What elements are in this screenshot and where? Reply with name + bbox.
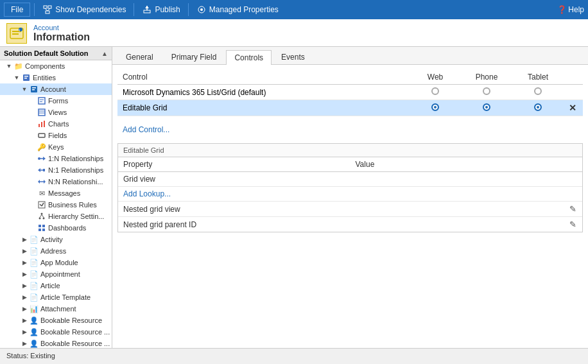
sidebar-header: Solution Default Solution ▲	[0, 47, 112, 60]
content-area: General Primary Field Controls Events Co…	[112, 47, 588, 348]
svg-line-3	[45, 8, 48, 11]
fields-icon	[37, 131, 46, 140]
file-button[interactable]: File	[4, 3, 30, 17]
phone-radio-icon-editable-grid	[483, 103, 490, 111]
property-edit-nested-grid-parent-id[interactable]: ✎	[563, 217, 582, 232]
sidebar-item-business-rules[interactable]: Business Rules	[0, 199, 112, 211]
sidebar-item-account[interactable]: ▼ Account	[0, 83, 112, 95]
article-icon: 📄	[30, 281, 39, 290]
phone-radio-editable-grid[interactable]	[461, 100, 512, 116]
sidebar-item-entities[interactable]: ▼ Entities	[0, 72, 112, 83]
tab-events[interactable]: Events	[273, 49, 313, 64]
sidebar-item-relnn[interactable]: N:N Relationshi...	[0, 176, 112, 187]
sidebar-item-views[interactable]: Views	[0, 107, 112, 118]
web-radio-dynamics[interactable]	[410, 85, 461, 100]
property-row-grid-view: Grid view	[118, 172, 582, 187]
views-expand-icon	[28, 108, 36, 116]
col-control-header: Control	[117, 70, 410, 85]
sidebar-item-app-module[interactable]: ▶ 📄 App Module	[0, 257, 112, 268]
header-title: Information	[33, 31, 90, 43]
status-label: Status: Existing	[6, 352, 55, 360]
account-icon	[30, 85, 39, 94]
sidebar-item-components[interactable]: ▼ 📁 Components	[0, 60, 112, 72]
delete-editable-grid[interactable]: ✕	[564, 100, 583, 116]
rel1n-label: 1:N Relationships	[48, 155, 103, 162]
property-value-nested-grid-view	[350, 202, 564, 217]
sidebar-item-hierarchy[interactable]: Hierarchy Settin...	[0, 211, 112, 222]
edit-nested-grid-parent-id-icon[interactable]: ✎	[569, 220, 576, 229]
managed-properties-label: Managed Properties	[209, 5, 279, 14]
rel1n-expand-icon	[28, 155, 36, 162]
entities-label: Entities	[33, 74, 56, 82]
activity-icon: 📄	[30, 235, 39, 244]
action-dynamics	[564, 85, 583, 100]
keys-label: Keys	[48, 143, 64, 151]
sidebar-item-article-template[interactable]: ▶ 📄 Article Template	[0, 291, 112, 303]
article-template-expand-icon: ▶	[21, 293, 28, 301]
bookable-resource-3-icon: 👤	[30, 339, 39, 348]
sidebar-item-attachment[interactable]: ▶ 📊 Attachment	[0, 303, 112, 315]
bookable-resource-1-icon: 👤	[30, 316, 39, 325]
web-radio-editable-grid[interactable]	[410, 100, 461, 116]
edit-nested-grid-view-icon[interactable]: ✎	[569, 204, 576, 214]
add-lookup-link[interactable]: Add Lookup...	[123, 189, 171, 198]
tablet-radio-editable-grid[interactable]	[512, 100, 564, 116]
delete-icon[interactable]: ✕	[569, 103, 576, 113]
control-name-editable-grid: Editable Grid	[117, 100, 410, 116]
table-row[interactable]: Editable Grid ✕	[117, 100, 583, 116]
help-button[interactable]: ❓ Help	[557, 5, 584, 14]
tablet-radio-dynamics[interactable]	[512, 85, 564, 100]
tab-controls[interactable]: Controls	[226, 50, 272, 65]
attachment-label: Attachment	[40, 305, 76, 313]
sidebar-item-rel1n[interactable]: 1:N Relationships	[0, 153, 112, 164]
publish-button[interactable]: Publish	[138, 3, 184, 17]
components-expand-icon: ▼	[5, 62, 13, 70]
sidebar-item-forms[interactable]: Forms	[0, 95, 112, 107]
sidebar-item-address[interactable]: ▶ 📄 Address	[0, 245, 112, 257]
tab-general[interactable]: General	[117, 49, 162, 64]
web-radio-icon-editable-grid	[431, 103, 439, 111]
sidebar-item-article[interactable]: ▶ 📄 Article	[0, 280, 112, 291]
add-control-link[interactable]: Add Control...	[123, 125, 169, 134]
sidebar-item-fields[interactable]: Fields	[0, 130, 112, 141]
sidebar-item-messages[interactable]: ✉ Messages	[0, 187, 112, 199]
svg-rect-50	[39, 229, 41, 231]
sidebar-item-bookable-resource-1[interactable]: ▶ 👤 Bookable Resource	[0, 315, 112, 326]
svg-point-9	[200, 8, 203, 11]
activity-expand-icon: ▶	[21, 236, 28, 243]
managed-properties-button[interactable]: Managed Properties	[193, 3, 282, 17]
property-edit-grid-view	[563, 172, 582, 187]
entities-expand-icon: ▼	[13, 74, 21, 82]
sidebar-item-activity[interactable]: ▶ 📄 Activity	[0, 234, 112, 245]
sidebar-item-bookable-resource-3[interactable]: ▶ 👤 Bookable Resource ...	[0, 338, 112, 348]
svg-rect-22	[40, 100, 44, 100]
sidebar-item-keys[interactable]: 🔑 Keys	[0, 141, 112, 153]
bookable-resource-2-expand-icon: ▶	[21, 328, 28, 336]
sidebar-item-dashboards[interactable]: Dashboards	[0, 222, 112, 234]
tablet-radio-icon-editable-grid	[534, 103, 542, 111]
editable-grid-section-title: Editable Grid	[118, 144, 582, 157]
svg-rect-40	[39, 202, 45, 208]
sidebar-item-appointment[interactable]: ▶ 📄 Appointment	[0, 268, 112, 280]
svg-rect-29	[44, 121, 45, 127]
lookup-cell[interactable]: Add Lookup...	[118, 187, 582, 202]
property-edit-nested-grid-view[interactable]: ✎	[563, 202, 582, 217]
reln1-label: N:1 Relationships	[48, 166, 103, 174]
publish-icon	[142, 4, 152, 15]
svg-line-46	[40, 215, 42, 218]
svg-point-43	[41, 213, 43, 215]
sidebar-item-charts[interactable]: Charts	[0, 118, 112, 130]
sidebar-scroll-up[interactable]: ▲	[101, 50, 108, 57]
sidebar-item-bookable-resource-2[interactable]: ▶ 👤 Bookable Resource ...	[0, 326, 112, 338]
table-row[interactable]: Microsoft Dynamics 365 List/Grid (defaul…	[117, 85, 583, 100]
svg-marker-38	[38, 180, 40, 184]
article-template-icon: 📄	[30, 293, 39, 302]
header-entity-icon: i	[6, 23, 27, 44]
charts-label: Charts	[48, 120, 69, 128]
hierarchy-label: Hierarchy Settin...	[48, 212, 104, 220]
sidebar-item-reln1[interactable]: N:1 Relationships	[0, 164, 112, 176]
phone-radio-dynamics[interactable]	[461, 85, 512, 100]
property-row-nested-grid-view: Nested grid view ✎	[118, 202, 582, 217]
tab-primary-field[interactable]: Primary Field	[163, 49, 225, 64]
show-dependencies-button[interactable]: Show Dependencies	[39, 3, 130, 17]
